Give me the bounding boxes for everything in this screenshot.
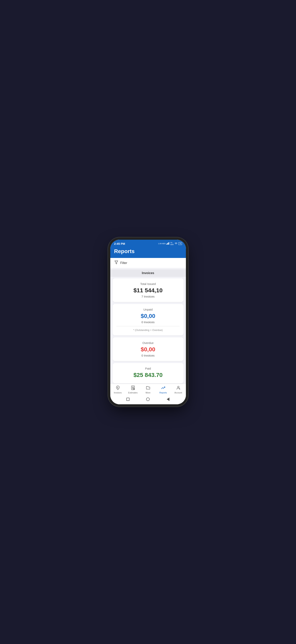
section-header: Invoices [110,270,186,277]
invoices-nav-label: Invoices [114,392,122,394]
paid-card: Paid $25 843.70 [113,363,184,383]
overdue-label: Overdue [117,341,180,344]
invoices-icon [116,386,120,391]
nav-item-reports[interactable]: Reports [156,384,171,395]
account-icon [176,386,181,391]
nav-item-invoices[interactable]: Invoices [110,384,126,395]
svg-point-11 [177,386,179,388]
page-title: Reports [114,248,182,254]
reports-nav-label: Reports [159,392,167,394]
unpaid-note: * (Outstanding + Overdue) [117,328,180,332]
account-nav-label: Account [174,392,182,394]
svg-rect-0 [166,244,167,244]
status-bar: 2:45 PM 1.09 KB/s VoWiFi [110,240,186,247]
estimates-nav-label: Estimates [128,392,138,394]
sys-recents-button[interactable] [165,396,171,402]
svg-rect-1 [167,243,168,244]
status-time: 2:45 PM [114,242,125,245]
status-icons: 1.09 KB/s VoWiFi [158,242,182,246]
nav-item-more[interactable]: More [141,384,156,395]
network-speed: 1.09 KB/s [158,242,165,244]
total-issued-label: Total Issued [117,282,180,286]
sys-back-icon [167,398,169,401]
total-issued-card: Total Issued $11 544,10 7 Invoices [113,278,184,302]
svg-rect-3 [169,242,169,244]
overdue-card: Overdue $0,00 0 Invoices [113,337,184,361]
app-header: Reports [110,247,186,258]
unpaid-card: Unpaid $0,00 0 Invoices * (Outstanding +… [113,304,184,336]
more-icon [146,386,150,391]
signal-icon [166,242,169,245]
estimates-icon [131,386,135,391]
overdue-count: 0 Invoices [117,354,180,357]
unpaid-label: Unpaid [117,308,180,311]
section-title: Invoices [142,271,154,275]
vowifi-icon: VoWiFi [170,242,174,246]
sys-back-button[interactable] [125,396,131,402]
unpaid-count: 0 Invoices [117,320,180,324]
filter-bar[interactable]: Filter [110,258,186,268]
reports-icon [161,386,165,391]
sys-home-button[interactable] [145,396,150,402]
filter-icon [114,260,119,266]
nav-item-account[interactable]: Account [171,384,186,395]
unpaid-amount: $0,00 [117,313,180,319]
phone-inner: 2:45 PM 1.09 KB/s VoWiFi [110,240,186,404]
more-nav-label: More [146,392,150,394]
filter-label: Filter [120,261,127,265]
system-nav [110,395,186,404]
battery-value: 79 [178,242,182,245]
paid-amount: $25 843.70 [117,372,180,378]
content-area[interactable]: Filter Invoices Total Issued $11 544,10 … [110,258,186,384]
total-issued-count: 7 Invoices [117,295,180,298]
svg-marker-4 [115,261,118,264]
sys-square-icon [126,398,130,401]
phone-frame: 2:45 PM 1.09 KB/s VoWiFi [110,240,186,404]
unpaid-divider [117,326,180,326]
overdue-amount: $0,00 [117,346,180,353]
nav-item-estimates[interactable]: Estimates [126,384,141,395]
bottom-nav: Invoices Estimates [110,384,186,395]
sys-circle-icon [146,398,150,401]
battery-icon: 79 [178,242,182,245]
total-issued-amount: $11 544,10 [117,287,180,294]
paid-label: Paid [117,367,180,370]
svg-rect-2 [168,242,168,244]
wifi-icon [174,242,177,245]
